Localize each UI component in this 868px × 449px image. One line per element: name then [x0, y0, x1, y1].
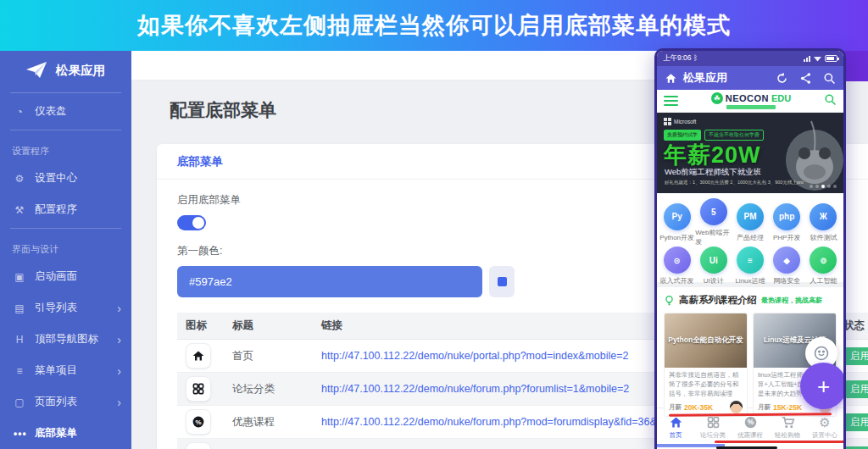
grid-item-linux[interactable]: ≡Linux运维	[732, 247, 768, 285]
cart-icon	[781, 415, 795, 430]
site-logo[interactable]: ☘ NEOCONEDU	[678, 92, 824, 109]
banner-text: 如果你不喜欢左侧抽屉栏当然你可以启用底部菜单的模式	[137, 10, 731, 41]
course-section-title: 高薪系列课程介绍	[679, 294, 757, 307]
header-title: 标题	[224, 313, 313, 340]
home-icon	[665, 72, 677, 85]
sidebar-item-settings-center[interactable]: ⚙ 设置中心	[0, 163, 131, 194]
logo-tagline-bar	[726, 105, 776, 109]
course-image: Python全能自动化开发	[665, 313, 747, 368]
course-desc: 其非常接近自然语言，精简了很多不必要的分号和括号，非常容易阅读理解。	[669, 371, 743, 399]
shield-icon: ◆	[773, 247, 800, 274]
color-input[interactable]	[177, 266, 482, 297]
chevron-right-icon: ›	[117, 396, 121, 409]
svg-text:%: %	[747, 418, 754, 426]
sidebar-item-splash[interactable]: ▣ 启动画面	[0, 261, 131, 292]
battery-icon	[825, 55, 837, 62]
site-search-icon[interactable]	[824, 93, 837, 109]
grid-item-python[interactable]: PyPython开发	[659, 198, 695, 247]
signal-icon	[804, 56, 810, 62]
tools-icon: ⚒	[14, 204, 25, 216]
grid-item-ui[interactable]: UiUI设计	[695, 247, 732, 285]
app-title: 松果应用	[683, 70, 770, 86]
pm-icon: PM	[737, 203, 764, 230]
sidebar-item-dashboard[interactable]: ◔ 仪表盘	[0, 96, 131, 127]
guide-list-icon: ▤	[14, 302, 25, 314]
top-nav-icon: H	[14, 334, 25, 346]
phone-preview: 上午9:06 ᛒ 松果应用 ☘ NEOCONEDU	[654, 48, 846, 449]
sidebar: 松果应用 ◔ 仪表盘 设置程序 ⚙ 设置中心 ⚒ 配置程序 界面与设计 ▣ 启动…	[0, 51, 131, 449]
sidebar-item-top-nav-icons[interactable]: H 顶部导航图标 ›	[0, 324, 131, 355]
status-badge: 启用	[843, 413, 868, 431]
card-title: 底部菜单	[177, 154, 223, 169]
grid-item-ai[interactable]: ⊚人工智能	[805, 247, 842, 285]
sidebar-section-interface: 界面与设计	[0, 231, 131, 261]
sidebar-section-settings: 设置程序	[0, 133, 131, 163]
grid-item-web[interactable]: 5Web前端开发	[695, 198, 732, 247]
sidebar-item-bottom-menu[interactable]: ••• 底部菜单	[0, 418, 131, 449]
status-badge: 启用	[843, 347, 868, 365]
site-toolbar: ☘ NEOCONEDU	[657, 90, 843, 113]
sidebar-item-guide-list[interactable]: ▤ 引导列表 ›	[0, 292, 131, 324]
top-banner: 如果你不喜欢左侧抽屉栏当然你可以启用底部菜单的模式	[0, 0, 868, 51]
course-section-tag: 最热课程，挑战高薪	[761, 296, 822, 305]
enable-toggle[interactable]	[177, 215, 206, 230]
percent-icon: %	[186, 409, 211, 435]
row-link[interactable]: http://47.100.112.22/demo/nuke/forum.php…	[321, 383, 629, 395]
chip-icon: ⊙	[664, 247, 691, 274]
color-swatch-button[interactable]	[489, 266, 515, 297]
ui-icon: Ui	[700, 247, 727, 274]
phone-status-bar: 上午9:06 ᛒ	[657, 51, 843, 66]
grid-item-pm[interactable]: PM产品经理	[732, 198, 768, 247]
list-icon: ≡	[14, 365, 25, 377]
avatar	[730, 401, 743, 413]
hamburger-menu-icon[interactable]	[664, 96, 678, 106]
grid-item-php[interactable]: phpPHP开发	[769, 198, 805, 247]
python-icon: Py	[664, 203, 691, 230]
promo-subtitle: Web前端工程师线下就业班	[665, 167, 761, 178]
dashboard-icon: ◔	[14, 106, 25, 118]
promo-headline: 年薪20W	[664, 140, 761, 170]
paper-plane-icon	[25, 61, 47, 80]
status-time: 上午9:06 ᛒ	[663, 53, 698, 64]
lightbulb-icon	[664, 295, 675, 306]
annotation-blue-line	[657, 444, 725, 447]
percent-icon: %	[743, 415, 758, 430]
sidebar-item-configure[interactable]: ⚒ 配置程序	[0, 194, 131, 225]
wifi-icon	[814, 56, 821, 62]
fab-add-button[interactable]: +	[800, 363, 846, 409]
refresh-icon[interactable]	[776, 72, 788, 85]
grid-item-embedded[interactable]: ⊙嵌入式开发	[659, 247, 695, 285]
toggle-knob	[192, 217, 204, 229]
category-grid: PyPython开发 5Web前端开发 PM产品经理 phpPHP开发 Ж软件测…	[657, 193, 843, 282]
status-badge: 启用	[843, 380, 868, 398]
grid-item-testing[interactable]: Ж软件测试	[805, 198, 842, 247]
terminal-icon: ≡	[737, 247, 764, 274]
search-icon[interactable]	[823, 72, 836, 85]
color-swatch-icon	[498, 277, 507, 286]
gear-icon: ⚙	[819, 415, 830, 430]
row-link[interactable]: http://47.100.112.22/demo/nuke/portal.ph…	[321, 350, 629, 362]
grid-icon	[186, 376, 211, 402]
course-card[interactable]: Python全能自动化开发 其非常接近自然语言，精简了很多不必要的分号和括号，非…	[664, 313, 748, 417]
annotation-red-line-bottom	[715, 441, 845, 443]
sidebar-item-menu-items[interactable]: ≡ 菜单项目 ›	[0, 355, 131, 386]
smiley-icon	[813, 345, 830, 362]
sidebar-divider	[10, 92, 121, 93]
share-icon[interactable]	[799, 72, 812, 85]
sidebar-item-page-list[interactable]: ▢ 页面列表 ›	[0, 386, 131, 418]
cart-icon	[186, 442, 211, 449]
brand: 松果应用	[0, 51, 131, 90]
gears-icon: ⚙	[14, 173, 25, 185]
grid-item-security[interactable]: ◆网络安全	[769, 247, 805, 285]
page-title: 配置底部菜单	[170, 98, 276, 122]
chevron-right-icon: ›	[117, 364, 121, 378]
course-salary: 20K-35K	[684, 403, 727, 412]
php-icon: php	[773, 203, 800, 230]
promo-banner[interactable]: Microsoft 免费预约试学 不就业不收取任何学费 年薪20W Web前端工…	[657, 113, 843, 193]
logo-leaf-icon: ☘	[711, 92, 723, 104]
row-title: 论坛分类	[224, 373, 313, 406]
carousel-dots[interactable]	[810, 185, 837, 188]
html5-icon: 5	[700, 198, 727, 225]
bug-icon: Ж	[810, 203, 837, 230]
home-icon	[669, 415, 683, 430]
